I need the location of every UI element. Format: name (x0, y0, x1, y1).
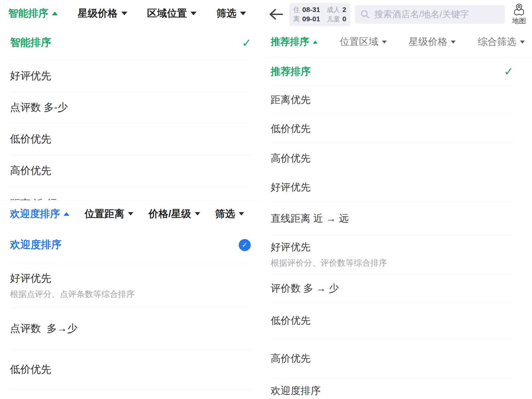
sort-option-popularity-0[interactable]: 欢迎度排序✓ (10, 226, 251, 264)
hotel-search-input[interactable]: 搜索酒店名/地名/关键字 (355, 5, 505, 24)
tab-label: 位置距离 (84, 207, 124, 221)
option-label: 低价优先 (10, 133, 51, 146)
option-label: 欢迎度排序 (10, 238, 62, 251)
back-button[interactable] (267, 5, 285, 24)
tab-label: 推荐排序 (271, 35, 309, 49)
tab-popularity-3[interactable]: 筛选 (215, 207, 244, 221)
sort-option-recommend-0[interactable]: 推荐排序✓ (271, 58, 513, 85)
sort-option-smart-1[interactable]: 好评优先 (10, 61, 251, 92)
tab-label: 智能排序 (8, 7, 48, 20)
option-label: 好评优先 (10, 69, 51, 82)
chevron-up-icon (313, 41, 318, 44)
tab-label: 欢迎度排序 (10, 207, 60, 221)
children-label: 儿童 (327, 15, 340, 24)
checkout-label: 离 (293, 15, 300, 24)
selected-circle-check-icon: ✓ (239, 239, 251, 251)
option-label: 好评优先 (271, 181, 311, 194)
tab-popularity-2[interactable]: 价格/星级 (148, 207, 200, 221)
option-texts: 好评优先 (271, 181, 311, 194)
option-texts: 点评数 多→少 (10, 322, 77, 335)
chevron-down-icon (195, 212, 200, 215)
chevron-up-icon (52, 12, 58, 15)
sort-option-recommend-5[interactable]: 直线距离 近 → 远 (271, 201, 513, 235)
map-icon (512, 3, 526, 16)
option-label: 欢迎度排序 (271, 384, 321, 397)
sort-option-recommend-10[interactable]: 欢迎度排序 (271, 379, 513, 399)
option-label: 低价优先 (271, 122, 311, 135)
selected-check-icon: ✓ (504, 66, 514, 77)
tab-recommend-2[interactable]: 星级价格 (409, 35, 456, 49)
tab-smart-1[interactable]: 星级价格 (78, 7, 127, 20)
tab-recommend-3[interactable]: 综合筛选 (478, 35, 525, 49)
chevron-up-icon (64, 212, 69, 216)
option-label: 高价优先 (271, 152, 311, 165)
option-texts: 低价优先 (271, 122, 311, 135)
option-texts: 距离 近-远 (10, 187, 58, 200)
tab-label: 综合筛选 (478, 35, 516, 49)
sort-option-popularity-1[interactable]: 好评优先根据点评分、点评条数等综合排序 (10, 264, 251, 308)
tab-label: 价格/星级 (148, 207, 191, 221)
sort-option-smart-0[interactable]: 智能排序✓ (10, 25, 251, 61)
smart-sort-option-list: 智能排序✓好评优先点评数 多-少低价优先高价优先距离 近-远 (0, 25, 261, 200)
sort-option-popularity-2[interactable]: 点评数 多→少 (10, 308, 251, 350)
children-pair: 儿童 0 (327, 15, 346, 24)
sort-option-recommend-6[interactable]: 好评优先根据评价分、评价数等综合排序 (271, 235, 513, 274)
sort-option-smart-2[interactable]: 点评数 多-少 (10, 92, 251, 123)
tab-label: 星级价格 (409, 35, 447, 49)
selected-check-icon: ✓ (242, 37, 252, 49)
tab-recommend-0[interactable]: 推荐排序 (271, 35, 318, 49)
option-subtitle: 根据点评分、点评条数等综合排序 (10, 289, 135, 300)
chevron-down-icon (520, 41, 525, 44)
option-label: 好评优先 (10, 272, 135, 285)
sort-option-recommend-1[interactable]: 距离优先 (271, 85, 513, 114)
tab-popularity-1[interactable]: 位置距离 (84, 207, 133, 221)
tab-smart-2[interactable]: 区域位置 (147, 7, 197, 20)
option-label: 好评优先 (271, 241, 387, 253)
chevron-down-icon (128, 212, 133, 215)
sort-option-recommend-7[interactable]: 评价数 多 → 少 (271, 274, 513, 303)
sort-option-recommend-4[interactable]: 好评优先 (271, 173, 513, 201)
option-subtitle: 根据评价分、评价数等综合排序 (271, 257, 387, 268)
sort-option-recommend-8[interactable]: 低价优先 (271, 303, 513, 338)
sort-option-recommend-3[interactable]: 高价优先 (271, 143, 513, 173)
chevron-down-icon (191, 12, 197, 15)
smart-sort-tab-bar: 智能排序星级价格区域位置筛选 (0, 0, 261, 25)
tab-smart-0[interactable]: 智能排序 (8, 7, 58, 20)
tab-popularity-0[interactable]: 欢迎度排序 (10, 207, 69, 221)
tab-recommend-1[interactable]: 位置区域 (340, 35, 387, 49)
checkin-label: 住 (293, 5, 300, 14)
checkout-date: 09-01 (302, 15, 320, 23)
option-texts: 距离优先 (271, 93, 311, 106)
option-texts: 低价优先 (271, 314, 311, 327)
back-arrow-icon (269, 8, 283, 20)
tab-label: 区域位置 (147, 7, 187, 20)
option-texts: 点评数 多-少 (10, 101, 68, 114)
tab-label: 筛选 (216, 7, 236, 20)
option-label: 低价优先 (271, 314, 311, 327)
sort-option-recommend-2[interactable]: 低价优先 (271, 114, 513, 143)
popularity-sort-dropdown: 欢迎度排序位置距离价格/星级筛选 欢迎度排序✓好评优先根据点评分、点评条数等综合… (0, 200, 261, 399)
option-label: 距离 近-远 (10, 187, 58, 200)
smart-sort-dropdown: 智能排序星级价格区域位置筛选 智能排序✓好评优先点评数 多-少低价优先高价优先距… (0, 0, 261, 200)
option-label: 低价优先 (10, 363, 51, 376)
search-icon (360, 9, 370, 19)
tab-smart-3[interactable]: 筛选 (216, 7, 246, 20)
sort-option-smart-4[interactable]: 高价优先 (10, 155, 251, 187)
map-button[interactable]: 地图 (509, 3, 529, 26)
option-texts: 推荐排序 (271, 65, 311, 78)
tab-label: 星级价格 (78, 7, 118, 20)
map-label: 地图 (512, 16, 526, 26)
option-texts: 欢迎度排序 (10, 238, 62, 251)
sort-option-popularity-3[interactable]: 低价优先 (10, 350, 251, 389)
sort-option-recommend-9[interactable]: 高价优先 (271, 338, 513, 379)
sort-option-smart-3[interactable]: 低价优先 (10, 123, 251, 155)
chevron-down-icon (451, 41, 456, 44)
option-texts: 低价优先 (10, 133, 51, 146)
option-texts: 好评优先 (10, 69, 51, 82)
tab-label: 筛选 (215, 207, 235, 221)
date-guest-selector[interactable]: 住 08-31 成人 2 离 09-01 儿童 0 (289, 3, 350, 26)
hotel-search-sort-screen: 住 08-31 成人 2 离 09-01 儿童 0 (265, 0, 532, 399)
sort-option-smart-5[interactable]: 距离 近-远 (10, 187, 251, 200)
chevron-down-icon (239, 212, 244, 215)
adults-pair: 成人 2 (327, 5, 346, 14)
